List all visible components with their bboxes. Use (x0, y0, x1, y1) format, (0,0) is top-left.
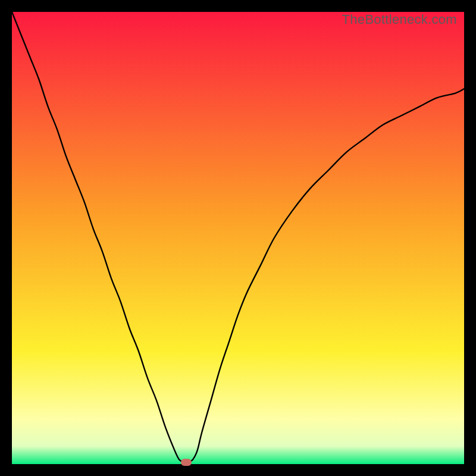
optimum-marker (181, 459, 192, 466)
plot-frame: TheBottleneck.com (12, 12, 464, 464)
bottleneck-curve (12, 12, 464, 464)
